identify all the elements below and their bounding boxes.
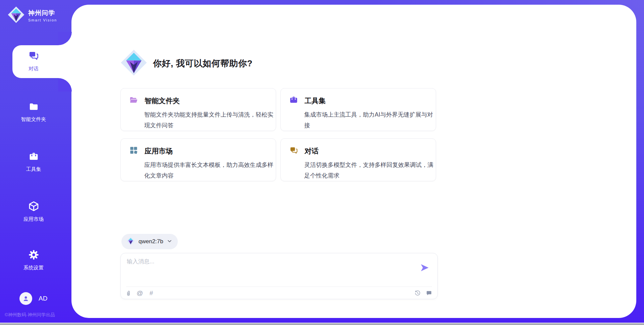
sidebar-item-label: 应用市场	[23, 216, 44, 222]
brand-subtitle: Smart Vision	[28, 18, 57, 22]
brand-name: 神州问学	[28, 9, 57, 17]
folder-icon	[29, 102, 39, 113]
sidebar-item-settings[interactable]: 系统设置	[13, 249, 54, 271]
feature-cards: 智能文件夹 智能文件夹功能支持批量文件上传与清洗，轻松实现文件问答	[120, 88, 436, 181]
card-smart-folder[interactable]: 智能文件夹 智能文件夹功能支持批量文件上传与清洗，轻松实现文件问答	[120, 88, 276, 131]
sidebar-item-label: 智能文件夹	[21, 116, 46, 123]
card-app-market[interactable]: 应用市场 应用市场提供丰富长文本模板，助力高效生成多样化文章内容	[120, 138, 276, 181]
sidebar-item-app-market[interactable]: 应用市场	[13, 201, 54, 222]
user-avatar-icon	[19, 292, 32, 305]
card-title: 智能文件夹	[145, 96, 180, 106]
at-icon[interactable]: @	[136, 289, 144, 297]
user-profile[interactable]: AD	[19, 292, 47, 305]
composer-toolbar: @ #	[125, 287, 433, 299]
comment-icon[interactable]	[425, 289, 433, 297]
message-input[interactable]	[127, 258, 415, 283]
sidebar-item-chat[interactable]: 对话	[13, 50, 54, 72]
cube-icon	[28, 201, 39, 213]
card-description: 集成市场上主流工具，助力AI与外界无缝扩展与对接	[304, 109, 437, 131]
model-diamond-icon	[126, 237, 135, 247]
greeting: 你好, 我可以如何帮助你?	[120, 49, 253, 78]
card-title: 工具集	[305, 96, 326, 106]
tab-fillet-bottom	[58, 78, 72, 91]
card-description: 应用市场提供丰富长文本模板，助力高效生成多样化文章内容	[144, 159, 277, 181]
send-icon[interactable]	[420, 263, 429, 272]
card-toolset[interactable]: 工具集 集成市场上主流工具，助力AI与外界无缝扩展与对接	[280, 88, 436, 131]
chevron-down-icon	[167, 239, 172, 245]
sidebar-item-toolset[interactable]: 工具集	[13, 151, 54, 173]
card-description: 灵活切换多模型文件，支持多样回复效果调试，满足个性化需求	[304, 159, 437, 181]
brand-diamond-icon	[7, 6, 25, 25]
folder-open-icon	[129, 95, 138, 106]
model-name: qwen2:7b	[139, 238, 163, 245]
model-selector[interactable]: qwen2:7b	[121, 234, 178, 249]
copyright-text: ©神州数码·神州问学出品	[5, 312, 55, 318]
chat-bubbles-icon	[28, 50, 39, 63]
paperclip-icon[interactable]	[125, 289, 132, 297]
card-title: 应用市场	[145, 146, 173, 156]
sidebar-item-label: 对话	[29, 66, 39, 72]
user-name: AD	[39, 295, 47, 302]
history-icon[interactable]	[414, 289, 421, 297]
card-description: 智能文件夹功能支持批量文件上传与清洗，轻松实现文件问答	[144, 109, 277, 131]
greeting-title: 你好, 我可以如何帮助你?	[153, 58, 253, 69]
app-window: 神州问学 Smart Vision 对话 智能文件夹	[0, 0, 644, 325]
chat-bubbles-icon	[289, 146, 298, 156]
toolbox-icon	[29, 151, 39, 163]
gear-icon	[28, 249, 39, 262]
tab-fillet-top	[58, 32, 72, 45]
sidebar-item-label: 系统设置	[23, 265, 44, 271]
brand-diamond-icon	[120, 49, 148, 78]
message-composer: @ #	[120, 253, 438, 299]
brand: 神州问学 Smart Vision	[7, 6, 57, 25]
window-bottom-edge	[0, 323, 644, 325]
card-chat[interactable]: 对话 灵活切换多模型文件，支持多样回复效果调试，满足个性化需求	[280, 138, 436, 181]
sidebar-item-smart-folder[interactable]: 智能文件夹	[13, 102, 54, 123]
hash-icon[interactable]: #	[148, 289, 155, 297]
toolbox-icon	[289, 95, 298, 106]
card-title: 对话	[305, 146, 319, 156]
app-grid-icon	[129, 146, 138, 156]
sidebar-item-label: 工具集	[26, 166, 41, 173]
